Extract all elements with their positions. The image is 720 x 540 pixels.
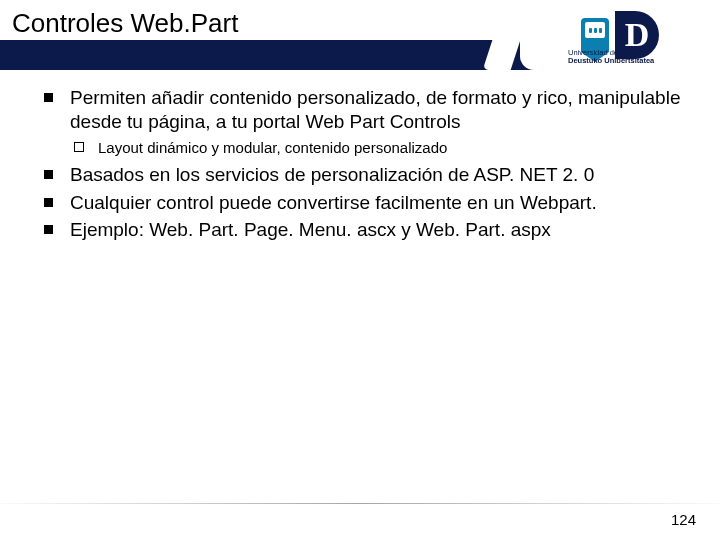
bullet-text: Basados en los servicios de personalizac…	[70, 164, 594, 185]
bullet-text: Layout dinámico y modular, contenido per…	[98, 139, 447, 156]
footer-divider	[0, 503, 720, 504]
list-item: Cualquier control puede convertirse faci…	[42, 191, 690, 215]
slide-title: Controles Web.Part	[12, 8, 238, 39]
list-item: Ejemplo: Web. Part. Page. Menu. ascx y W…	[42, 218, 690, 242]
bullet-list: Permiten añadir contenido personalizado,…	[42, 86, 690, 242]
list-item: Layout dinámico y modular, contenido per…	[70, 138, 690, 158]
page-number: 124	[671, 511, 696, 528]
slide: Controles Web.Part D Universidad de Deus…	[0, 0, 720, 540]
bullet-text: Ejemplo: Web. Part. Page. Menu. ascx y W…	[70, 219, 551, 240]
university-logo: D Universidad de Deusto Deustuko Unibert…	[520, 0, 720, 70]
university-name: Universidad de Deusto Deustuko Unibertsi…	[568, 49, 654, 66]
list-item: Permiten añadir contenido personalizado,…	[42, 86, 690, 158]
content-area: Permiten añadir contenido personalizado,…	[42, 86, 690, 246]
bullet-text: Permiten añadir contenido personalizado,…	[70, 87, 680, 132]
shield-icon	[581, 18, 609, 52]
sub-bullet-list: Layout dinámico y modular, contenido per…	[70, 138, 690, 158]
bullet-text: Cualquier control puede convertirse faci…	[70, 192, 597, 213]
list-item: Basados en los servicios de personalizac…	[42, 163, 690, 187]
uni-line-2: Deustuko Unibertsitatea	[568, 57, 654, 66]
